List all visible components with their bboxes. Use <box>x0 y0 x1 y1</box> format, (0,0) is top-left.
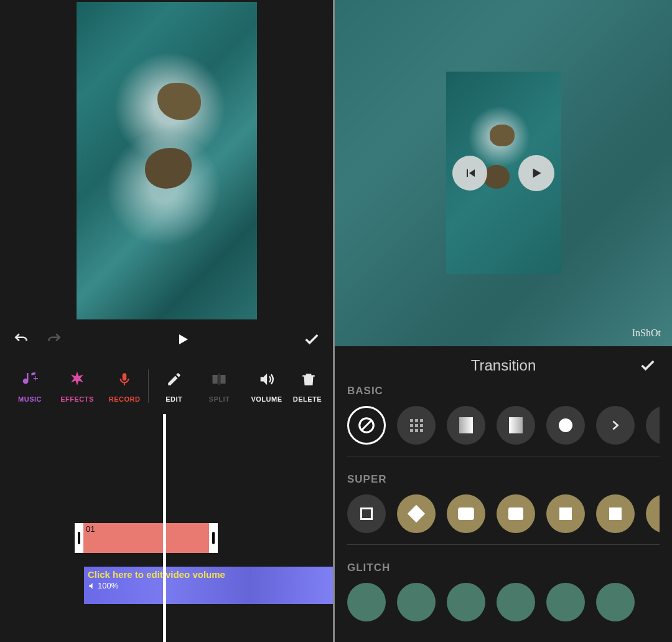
tool-effects[interactable]: EFFECTS <box>54 369 101 403</box>
clip-index: 01 <box>86 524 95 534</box>
tool-delete[interactable]: DELETE <box>290 369 327 403</box>
tool-label: VOLUME <box>251 395 282 403</box>
pencil-icon <box>166 369 182 389</box>
audio-hint: Click here to edit video volume <box>88 569 329 580</box>
transition-super-7[interactable] <box>646 494 660 533</box>
transition-fade-right[interactable] <box>497 406 535 445</box>
trash-icon <box>301 369 317 389</box>
split-icon <box>210 369 228 389</box>
transition-glitch-2[interactable] <box>397 583 436 621</box>
clip-handle-right[interactable] <box>209 523 218 553</box>
undo-button[interactable] <box>12 331 30 348</box>
watermark: InShOt <box>632 328 661 339</box>
transition-glitch-6[interactable] <box>596 583 635 621</box>
panel-title: Transition <box>471 357 536 374</box>
timeline[interactable]: 01 Click here to edit video volume 100% … <box>0 414 333 642</box>
tool-label: DELETE <box>293 395 324 403</box>
svg-line-6 <box>361 420 372 431</box>
section-glitch: GLITCH <box>335 562 672 642</box>
tool-label: SPLIT <box>209 395 230 403</box>
apply-button[interactable] <box>639 357 656 374</box>
audio-volume: 100% <box>88 581 329 590</box>
editor-panel: + MUSIC EFFECTS RECORD EDIT SPL <box>0 0 333 642</box>
playhead[interactable] <box>163 414 166 642</box>
tool-split[interactable]: SPLIT <box>195 369 243 403</box>
audio-track[interactable]: Click here to edit video volume 100% <box>84 567 333 604</box>
volume-icon <box>258 369 275 389</box>
transition-super-6[interactable] <box>596 494 635 533</box>
transition-super-2[interactable] <box>397 494 436 533</box>
transition-super-4[interactable] <box>497 494 535 533</box>
transition-dissolve[interactable] <box>397 406 436 445</box>
transition-more[interactable] <box>646 406 660 445</box>
section-super: SUPER <box>335 473 672 562</box>
tool-label: EDIT <box>166 395 182 403</box>
tool-edit[interactable]: EDIT <box>148 369 195 403</box>
transition-glitch-5[interactable] <box>546 583 585 621</box>
tool-label: EFFECTS <box>60 395 94 403</box>
starburst-icon <box>68 369 86 389</box>
transition-preview: InShOt <box>335 0 672 346</box>
transition-super-3[interactable] <box>447 494 485 533</box>
clip-body[interactable]: 01 <box>83 523 209 553</box>
transition-arrow-right[interactable] <box>596 406 635 445</box>
clip-handle-left[interactable] <box>75 523 83 553</box>
transition-super-1[interactable] <box>347 494 386 533</box>
prev-button[interactable] <box>452 156 487 191</box>
svg-rect-3 <box>221 375 226 384</box>
music-note-icon: + <box>21 369 39 389</box>
edit-toolbar: + MUSIC EFFECTS RECORD EDIT SPL <box>0 358 333 414</box>
transition-panel: InShOt Transition BASIC <box>335 0 672 642</box>
tool-record[interactable]: RECORD <box>101 369 148 403</box>
transition-glitch-1[interactable] <box>347 583 386 621</box>
svg-rect-1 <box>123 373 127 380</box>
transition-glitch-3[interactable] <box>447 583 485 621</box>
tool-label: MUSIC <box>18 395 42 403</box>
transition-super-5[interactable] <box>546 494 585 533</box>
transition-none[interactable] <box>347 406 386 445</box>
confirm-button[interactable] <box>303 331 320 348</box>
preview-frame[interactable] <box>77 2 257 319</box>
transition-glitch-4[interactable] <box>497 583 535 621</box>
section-label: SUPER <box>347 473 660 486</box>
section-basic: BASIC <box>335 385 672 473</box>
action-row <box>0 321 333 358</box>
panel-header: Transition <box>335 346 672 385</box>
microphone-icon <box>116 369 133 389</box>
transition-fade-left[interactable] <box>447 406 485 445</box>
section-label: BASIC <box>347 385 660 397</box>
transition-circle[interactable] <box>546 406 585 445</box>
video-preview <box>0 0 333 321</box>
redo-button[interactable] <box>45 331 63 348</box>
svg-text:+: + <box>33 372 39 383</box>
tool-music[interactable]: + MUSIC <box>6 369 54 403</box>
section-label: GLITCH <box>347 562 660 574</box>
svg-rect-2 <box>213 375 218 384</box>
play-button[interactable] <box>518 155 554 191</box>
tool-label: RECORD <box>109 395 141 403</box>
tool-volume[interactable]: VOLUME <box>243 369 290 403</box>
play-button[interactable] <box>174 331 192 348</box>
video-clip[interactable]: 01 <box>75 523 218 553</box>
